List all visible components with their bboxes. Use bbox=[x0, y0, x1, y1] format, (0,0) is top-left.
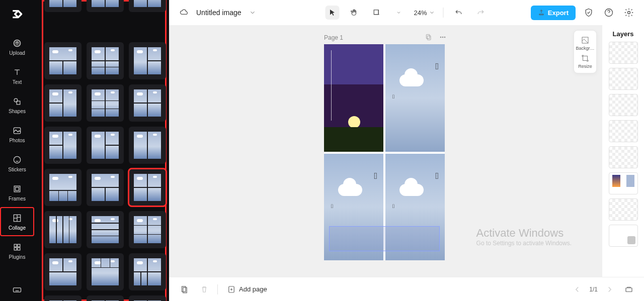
layer-item-photo[interactable] bbox=[609, 172, 638, 194]
layer-item[interactable] bbox=[609, 146, 638, 168]
rail-label: Frames bbox=[9, 196, 26, 202]
frames-icon bbox=[12, 184, 22, 194]
duplicate-page-icon[interactable] bbox=[425, 33, 433, 43]
text-icon bbox=[12, 67, 22, 77]
watermark-subtitle: Go to Settings to activate Windows. bbox=[476, 240, 572, 247]
app-logo[interactable] bbox=[9, 6, 25, 22]
layer-bg-icon bbox=[627, 236, 635, 244]
collage-template[interactable] bbox=[44, 253, 82, 290]
collage-template[interactable] bbox=[44, 84, 82, 122]
redo-button[interactable] bbox=[474, 6, 488, 20]
collage-template[interactable] bbox=[129, 211, 166, 248]
more-page-options-icon[interactable] bbox=[439, 33, 447, 43]
collage-template[interactable] bbox=[129, 253, 166, 290]
cloud-sync-icon[interactable] bbox=[177, 6, 191, 20]
layer-item[interactable] bbox=[609, 68, 638, 90]
collage-template[interactable] bbox=[44, 211, 82, 248]
resize-icon bbox=[580, 53, 591, 64]
export-button[interactable]: Export bbox=[531, 6, 576, 20]
layer-item-page[interactable] bbox=[609, 225, 638, 247]
collage-template[interactable] bbox=[44, 295, 82, 301]
page-actions bbox=[425, 33, 447, 43]
collage-template[interactable] bbox=[129, 84, 166, 122]
selection-box[interactable] bbox=[329, 226, 440, 251]
topbar-right: Export bbox=[531, 6, 636, 20]
quick-label: Backgr… bbox=[576, 46, 594, 51]
hand-tool[interactable] bbox=[347, 6, 361, 20]
shield-icon[interactable] bbox=[582, 6, 596, 20]
collage-template-grid bbox=[44, 0, 166, 301]
svg-rect-12 bbox=[14, 288, 21, 292]
rail-item-collage[interactable]: Collage bbox=[0, 207, 34, 236]
watermark-title: Activate Windows bbox=[476, 227, 572, 240]
rail-item-photos[interactable]: Photos bbox=[0, 120, 34, 149]
help-icon[interactable] bbox=[602, 6, 616, 20]
settings-icon[interactable] bbox=[622, 6, 636, 20]
layer-item[interactable] bbox=[609, 94, 638, 116]
collage-template[interactable] bbox=[129, 295, 166, 301]
shapes-icon bbox=[12, 96, 22, 107]
collage-template[interactable] bbox=[129, 127, 166, 164]
collage-template[interactable] bbox=[44, 127, 82, 164]
rail-item-keyboard[interactable] bbox=[0, 281, 34, 301]
svg-point-4 bbox=[14, 156, 20, 163]
rail-item-frames[interactable]: Frames bbox=[0, 178, 34, 207]
layers-panel: Layers bbox=[602, 25, 644, 277]
title-dropdown[interactable] bbox=[246, 6, 260, 20]
rail-item-plugins[interactable]: Plugins bbox=[0, 236, 34, 265]
collage-template[interactable] bbox=[87, 169, 124, 206]
editor-canvas-area[interactable]: Page 1 𓅯𓅮 𓅯𓅮 𓅯𓅮 Activate Windows Go to S… bbox=[169, 25, 602, 277]
svg-rect-13 bbox=[374, 10, 378, 15]
svg-rect-16 bbox=[427, 36, 431, 40]
rail-label: Plugins bbox=[9, 254, 26, 260]
rail-item-upload[interactable]: Upload bbox=[0, 32, 34, 61]
svg-rect-5 bbox=[14, 186, 20, 192]
present-icon[interactable] bbox=[622, 282, 636, 296]
pages-icon[interactable] bbox=[177, 282, 191, 296]
collage-template[interactable] bbox=[87, 42, 124, 79]
guide-line bbox=[331, 50, 332, 121]
page-navigator: 1/1 bbox=[570, 282, 636, 296]
collage-cell-sky[interactable]: 𓅯𓅮 bbox=[385, 44, 445, 152]
collage-template[interactable] bbox=[44, 42, 82, 79]
collage-template[interactable] bbox=[129, 0, 166, 12]
crop-dropdown[interactable] bbox=[391, 6, 406, 20]
document-title[interactable]: Untitled image bbox=[196, 9, 242, 17]
delete-page-icon[interactable] bbox=[197, 282, 211, 296]
next-page-icon[interactable] bbox=[603, 282, 617, 296]
collage-template[interactable] bbox=[87, 0, 124, 12]
collage-template[interactable] bbox=[44, 0, 82, 12]
upload-icon bbox=[12, 38, 22, 48]
collage-template[interactable] bbox=[87, 253, 124, 290]
crop-tool[interactable] bbox=[369, 6, 383, 20]
svg-rect-10 bbox=[14, 247, 17, 250]
pointer-tool[interactable] bbox=[325, 6, 339, 20]
collage-template[interactable] bbox=[87, 211, 124, 248]
svg-rect-22 bbox=[583, 56, 588, 61]
page-indicator: 1/1 bbox=[589, 286, 598, 293]
background-tool[interactable]: Backgr… bbox=[575, 35, 595, 51]
rail-item-text[interactable]: Text bbox=[0, 61, 34, 90]
resize-tool[interactable]: Resize bbox=[575, 53, 595, 69]
top-toolbar: Untitled image 24% Export bbox=[169, 0, 644, 25]
layer-item[interactable] bbox=[609, 42, 638, 64]
zoom-label: 24% bbox=[414, 9, 427, 17]
layer-item[interactable] bbox=[609, 120, 638, 142]
collage-template[interactable] bbox=[44, 169, 82, 206]
collage-template[interactable] bbox=[129, 169, 166, 206]
canvas-page[interactable]: 𓅯𓅮 𓅯𓅮 𓅯𓅮 bbox=[324, 44, 445, 260]
layer-item[interactable] bbox=[609, 198, 638, 221]
collage-template[interactable] bbox=[87, 84, 124, 122]
collage-template[interactable] bbox=[87, 127, 124, 164]
svg-rect-6 bbox=[16, 187, 19, 190]
collage-template[interactable] bbox=[87, 295, 124, 301]
rail-item-stickers[interactable]: Stickers bbox=[0, 149, 34, 178]
svg-rect-26 bbox=[626, 288, 632, 292]
collage-template[interactable] bbox=[129, 42, 166, 79]
zoom-level[interactable]: 24% bbox=[414, 9, 435, 17]
undo-button[interactable] bbox=[452, 6, 466, 20]
rail-item-shapes[interactable]: Shapes bbox=[0, 90, 34, 120]
prev-page-icon[interactable] bbox=[570, 282, 584, 296]
add-page-button[interactable]: Add page bbox=[227, 285, 267, 294]
collage-cell-sunset[interactable] bbox=[324, 44, 383, 152]
